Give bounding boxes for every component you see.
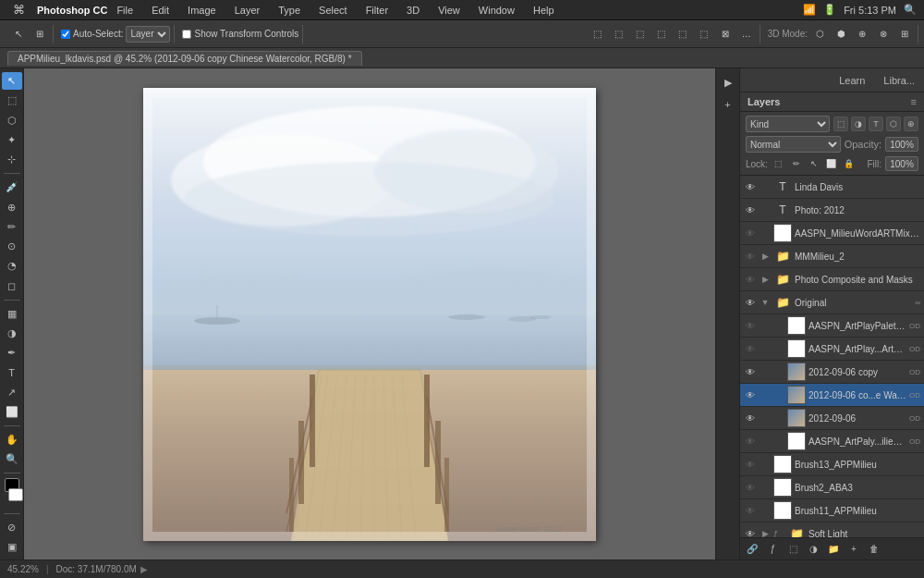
- layer-visibility-btn[interactable]: 👁: [744, 365, 757, 378]
- layer-visibility-btn[interactable]: 👁: [744, 342, 757, 355]
- new-layer-btn[interactable]: +: [845, 541, 862, 558]
- layer-visibility-btn[interactable]: 👁: [744, 273, 757, 286]
- layer-item[interactable]: 👁 AASPN_ArtPlay...ArtsyPaper5 copy OD: [740, 338, 924, 361]
- erase-tool[interactable]: ◻: [2, 277, 22, 294]
- filter-shape-btn[interactable]: ⬡: [886, 117, 901, 131]
- menu-edit[interactable]: Edit: [148, 5, 173, 16]
- 3d-mode-btn4[interactable]: ⊗: [874, 26, 893, 43]
- layer-item[interactable]: 👁 AASPN_ArtPlayPaletteMilieu_Transfer2 O…: [740, 314, 924, 338]
- auto-select-dropdown[interactable]: Layer: [126, 26, 170, 43]
- screen-mode-btn[interactable]: ▣: [2, 538, 22, 556]
- align-center-btn[interactable]: ⬚: [610, 26, 628, 43]
- menu-image[interactable]: Image: [184, 5, 220, 16]
- menu-type[interactable]: Type: [274, 5, 304, 16]
- 3d-mode-btn3[interactable]: ⊕: [853, 26, 871, 43]
- layer-visibility-btn[interactable]: 👁: [744, 296, 757, 309]
- 3d-mode-btn5[interactable]: ⊞: [895, 26, 914, 43]
- layer-item[interactable]: 👁 ▼ 📁 Original ∞: [740, 291, 924, 314]
- menu-help[interactable]: Help: [529, 5, 558, 16]
- menu-filter[interactable]: Filter: [362, 5, 392, 16]
- gradient-tool[interactable]: ▦: [2, 305, 22, 323]
- layer-visibility-btn[interactable]: 👁: [744, 250, 757, 263]
- menu-3d[interactable]: 3D: [403, 5, 423, 16]
- layer-visibility-btn[interactable]: 👁: [744, 388, 757, 401]
- shape-tool[interactable]: ⬜: [2, 403, 22, 421]
- add-style-btn[interactable]: ƒ: [764, 541, 781, 558]
- layer-item[interactable]: 👁 AASPN_ArtPaly...ilieu_ArtsyPaper5 OD: [740, 430, 924, 453]
- expand-panel-btn[interactable]: +: [718, 94, 738, 115]
- layer-expand[interactable]: ▼: [760, 296, 771, 309]
- path-tool[interactable]: ↗: [2, 384, 22, 401]
- menu-select[interactable]: Select: [315, 5, 351, 16]
- 3d-mode-btn1[interactable]: ⬡: [810, 26, 829, 43]
- opacity-input[interactable]: [885, 137, 918, 152]
- delete-layer-btn[interactable]: 🗑: [866, 541, 882, 558]
- layer-visibility-btn[interactable]: 👁: [744, 180, 757, 193]
- distribute-btn[interactable]: ⊠: [716, 26, 735, 43]
- zoom-tool[interactable]: 🔍: [2, 450, 22, 468]
- layer-visibility-btn[interactable]: 👁: [744, 504, 757, 517]
- lock-transparent-btn[interactable]: ⬚: [772, 156, 786, 171]
- layer-visibility-btn[interactable]: 👁: [744, 203, 757, 216]
- clone-tool[interactable]: ⊙: [2, 238, 22, 255]
- type-tool[interactable]: T: [2, 363, 22, 381]
- dodge-tool[interactable]: ◑: [2, 325, 22, 342]
- layer-item[interactable]: 👁 T Linda Davis: [740, 176, 924, 199]
- kind-select[interactable]: Kind: [746, 116, 830, 132]
- hand-tool[interactable]: ✋: [2, 431, 22, 449]
- layers-panel-menu[interactable]: ≡: [911, 96, 917, 107]
- layer-expand[interactable]: ▶: [760, 250, 771, 263]
- tool-options-btn[interactable]: ⊞: [30, 26, 49, 43]
- add-mask-btn[interactable]: ⬚: [784, 541, 801, 558]
- align-top-btn[interactable]: ⬚: [652, 26, 671, 43]
- layer-item[interactable]: 👁 2012-09-06 copy OD: [740, 361, 924, 384]
- layer-item[interactable]: 👁 ▶ ƒ 📁 Soft Light: [740, 523, 924, 537]
- apple-menu[interactable]: ⌘: [0, 3, 37, 17]
- layer-visibility-btn[interactable]: 👁: [744, 458, 757, 471]
- search-icon[interactable]: 🔍: [904, 4, 917, 16]
- filter-type-btn[interactable]: T: [869, 117, 883, 131]
- pen-tool[interactable]: ✒: [2, 344, 22, 362]
- layer-item[interactable]: 👁 2012-09-06 OD: [740, 407, 924, 430]
- layer-item[interactable]: 👁 ▶ 📁 MMMilieu_2: [740, 245, 924, 268]
- document-tab[interactable]: APPMilieu_lkdavis.psd @ 45.2% (2012-09-0…: [7, 51, 362, 66]
- history-tool[interactable]: ◔: [2, 257, 22, 275]
- lock-paint-btn[interactable]: ✏: [789, 156, 804, 171]
- layer-expand[interactable]: ▶: [760, 273, 771, 286]
- menu-layer[interactable]: Layer: [231, 5, 264, 16]
- menu-window[interactable]: Window: [475, 5, 518, 16]
- filter-smart-btn[interactable]: ⊕: [904, 117, 918, 131]
- more-options-btn[interactable]: …: [737, 26, 756, 43]
- align-left-btn[interactable]: ⬚: [589, 26, 607, 43]
- eyedropper-tool[interactable]: 💉: [2, 178, 22, 196]
- align-right-btn[interactable]: ⬚: [631, 26, 650, 43]
- layer-expand[interactable]: ▶: [760, 527, 771, 537]
- menu-file[interactable]: File: [113, 5, 137, 16]
- move-tool-btn[interactable]: ↖: [9, 26, 28, 43]
- quick-select-tool[interactable]: ✦: [2, 131, 22, 149]
- layer-visibility-btn[interactable]: 👁: [744, 412, 757, 424]
- layer-item[interactable]: 👁 AASPN_MilieuWordARTMix1_WAAQuietPlace: [740, 222, 924, 245]
- layer-item[interactable]: 👁 Brush11_APPMilieu: [740, 499, 924, 523]
- select-rect-tool[interactable]: ⬚: [2, 92, 22, 109]
- blend-mode-select[interactable]: Normal: [746, 136, 841, 153]
- tab-libraries[interactable]: Libra...: [878, 73, 920, 88]
- layer-item[interactable]: 👁 ▶ 📁 Photo Composite and Masks: [740, 268, 924, 291]
- menu-view[interactable]: View: [434, 5, 464, 16]
- new-group-btn[interactable]: 📁: [825, 541, 842, 558]
- layer-item[interactable]: 👁 Brush2_ABA3: [740, 476, 924, 499]
- background-color[interactable]: [8, 488, 23, 501]
- move-tool[interactable]: ↖: [2, 72, 22, 90]
- lock-all-btn[interactable]: 🔒: [842, 156, 857, 171]
- layer-visibility-btn[interactable]: 👁: [744, 527, 757, 537]
- layer-visibility-btn[interactable]: 👁: [744, 435, 757, 448]
- layer-item[interactable]: 👁 Brush13_APPMilieu: [740, 453, 924, 476]
- lasso-tool[interactable]: ⬡: [2, 112, 22, 129]
- layer-visibility-btn[interactable]: 👁: [744, 227, 757, 240]
- layer-item-active[interactable]: 👁 2012-09-06 co...e Watercolor OD: [740, 384, 924, 407]
- lock-artboard-btn[interactable]: ⬜: [824, 156, 839, 171]
- filter-adjust-btn[interactable]: ◑: [851, 117, 866, 131]
- auto-select-check[interactable]: Auto-Select:: [61, 29, 123, 39]
- status-arrow[interactable]: ▶: [140, 564, 148, 574]
- heal-tool[interactable]: ⊕: [2, 198, 22, 215]
